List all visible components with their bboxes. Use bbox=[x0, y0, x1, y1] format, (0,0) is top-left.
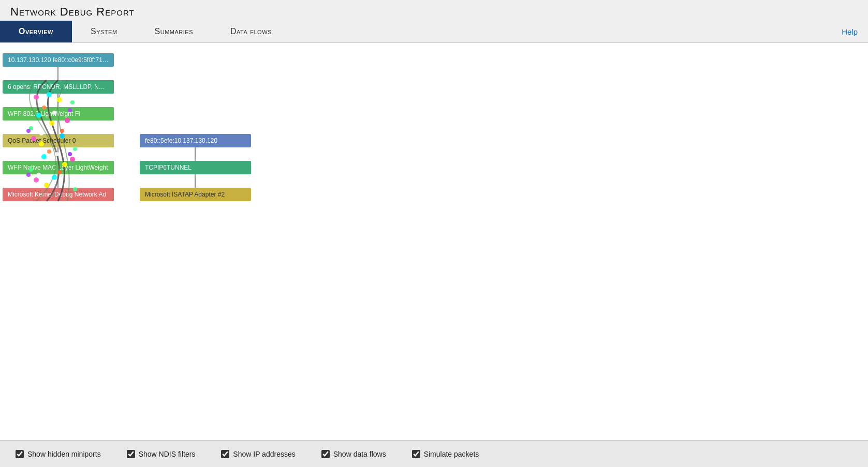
svg-point-17 bbox=[34, 95, 39, 100]
svg-point-37 bbox=[68, 152, 72, 156]
isatap-node[interactable]: Microsoft ISATAP Adapter #2 bbox=[140, 188, 251, 201]
show-ip-addresses-input[interactable] bbox=[221, 450, 229, 458]
main-content: 10.137.130.120 fe80::c0e9:5f0f:71dd:9 6 … bbox=[0, 43, 868, 440]
svg-point-24 bbox=[73, 147, 77, 151]
show-data-flows-input[interactable] bbox=[321, 450, 330, 458]
svg-point-13 bbox=[49, 120, 54, 126]
opens-node[interactable]: 6 opens: RPCNDR, MSLLLDP, NDISUIO bbox=[3, 80, 114, 94]
tcpip-node[interactable]: TCPIP6TUNNEL bbox=[140, 161, 251, 174]
svg-point-12 bbox=[57, 97, 62, 102]
qos-node[interactable]: QoS Packet Scheduler 0 bbox=[3, 134, 114, 147]
kernel-node[interactable]: Microsoft Kernel Debug Network Ad bbox=[3, 188, 114, 201]
tab-system[interactable]: System bbox=[72, 21, 136, 42]
show-hidden-miniports-label: Show hidden miniports bbox=[27, 450, 101, 458]
tab-overview[interactable]: Overview bbox=[0, 21, 72, 42]
wfp2-node[interactable]: WFP Native MAC Layer LightWeight bbox=[3, 161, 114, 174]
tab-dataflows[interactable]: Data flows bbox=[212, 21, 290, 42]
svg-point-29 bbox=[47, 149, 51, 154]
show-hidden-miniports-checkbox[interactable]: Show hidden miniports bbox=[16, 450, 101, 458]
simulate-packets-label: Simulate packets bbox=[424, 450, 479, 458]
ip-node[interactable]: 10.137.130.120 fe80::c0e9:5f0f:71dd:9 bbox=[3, 53, 114, 67]
diagram-area: 10.137.130.120 fe80::c0e9:5f0f:71dd:9 6 … bbox=[0, 48, 868, 409]
svg-point-36 bbox=[26, 129, 31, 133]
footer-bar: Show hidden miniports Show NDIS filters … bbox=[0, 440, 868, 467]
show-data-flows-checkbox[interactable]: Show data flows bbox=[321, 450, 386, 458]
svg-point-28 bbox=[60, 129, 64, 133]
svg-point-10 bbox=[41, 154, 47, 159]
nav-bar: Overview System Summaries Data flows Hel… bbox=[0, 21, 868, 43]
svg-point-21 bbox=[34, 177, 39, 183]
app-title: Network Debug Report bbox=[0, 0, 868, 21]
svg-point-22 bbox=[70, 100, 75, 104]
connector-svg bbox=[0, 48, 868, 409]
show-ndis-filters-checkbox[interactable]: Show NDIS filters bbox=[127, 450, 196, 458]
help-link[interactable]: Help bbox=[842, 27, 858, 36]
show-ip-addresses-checkbox[interactable]: Show IP addresses bbox=[221, 450, 295, 458]
show-ip-addresses-label: Show IP addresses bbox=[233, 450, 295, 458]
svg-point-33 bbox=[55, 152, 59, 156]
show-ndis-filters-input[interactable] bbox=[127, 450, 135, 458]
fe80-node[interactable]: fe80::5efe:10.137.130.120 bbox=[140, 134, 251, 147]
wfp-node[interactable]: WFP 802.3 LightWeight Fi bbox=[3, 107, 114, 120]
simulate-packets-checkbox[interactable]: Simulate packets bbox=[412, 450, 479, 458]
svg-point-16 bbox=[44, 183, 49, 188]
show-hidden-miniports-input[interactable] bbox=[16, 450, 24, 458]
show-ndis-filters-label: Show NDIS filters bbox=[139, 450, 196, 458]
tab-summaries[interactable]: Summaries bbox=[136, 21, 212, 42]
svg-point-23 bbox=[29, 126, 33, 130]
show-data-flows-label: Show data flows bbox=[333, 450, 386, 458]
simulate-packets-input[interactable] bbox=[412, 450, 420, 458]
svg-point-11 bbox=[52, 175, 57, 180]
